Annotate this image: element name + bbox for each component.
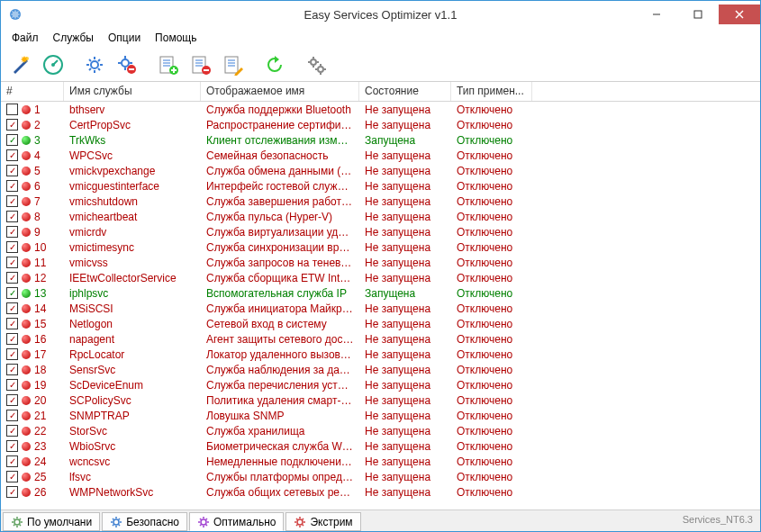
checkbox[interactable]: ✓ <box>6 410 18 421</box>
table-row[interactable]: ✓18SensrSvcСлужба наблюдения за датч...Н… <box>1 362 760 377</box>
toolbar-list-add-button[interactable] <box>154 50 183 79</box>
checkbox[interactable]: ✓ <box>6 272 18 284</box>
toolbar-gears-button[interactable] <box>302 50 331 79</box>
tab-optimal[interactable]: Оптимально <box>189 512 285 531</box>
checkbox[interactable]: ✓ <box>6 364 18 375</box>
checkbox[interactable]: ✓ <box>6 165 18 176</box>
toolbar-refresh-button[interactable] <box>260 50 289 79</box>
col-header-display[interactable]: Отображаемое имя <box>201 82 359 101</box>
service-display-name: Служба наблюдения за датч... <box>201 364 359 376</box>
checkbox[interactable]: ✓ <box>6 287 18 299</box>
col-header-name[interactable]: Имя службы <box>64 82 201 101</box>
service-display-name: Служба пульса (Hyper-V) <box>201 211 359 223</box>
close-button[interactable] <box>719 5 760 24</box>
col-header-state[interactable]: Состояние <box>359 82 451 101</box>
checkbox[interactable]: ✓ <box>6 394 18 406</box>
service-display-name: Служба хранилища <box>201 425 359 437</box>
status-dot-icon <box>22 182 31 191</box>
service-name: vmictimesync <box>64 241 201 254</box>
checkbox[interactable]: ✓ <box>6 226 18 238</box>
service-state: Не запущена <box>359 364 451 376</box>
checkbox[interactable] <box>6 104 18 115</box>
table-row[interactable]: ✓9vmicrdvСлужба виртуализации удал...Не … <box>1 224 760 239</box>
checkbox[interactable]: ✓ <box>6 486 18 498</box>
checkbox[interactable]: ✓ <box>6 119 18 131</box>
table-row[interactable]: ✓13iphlpsvcВспомогательная служба IPЗапу… <box>1 285 760 301</box>
gear-icon <box>294 516 306 528</box>
table-row[interactable]: ✓3TrkWksКлиент отслеживания измени...Зап… <box>1 132 760 148</box>
maximize-button[interactable] <box>677 5 719 24</box>
service-display-name: Служба завершения работы ... <box>201 195 359 208</box>
table-row[interactable]: ✓8vmicheartbeatСлужба пульса (Hyper-V)Не… <box>1 209 760 224</box>
table-row[interactable]: ✓15NetlogonСетевой вход в системуНе запу… <box>1 316 760 331</box>
toolbar-gear-button[interactable] <box>80 50 109 79</box>
table-row[interactable]: ✓5vmickvpexchangeСлужба обмена данными (… <box>1 163 760 178</box>
tab-safe[interactable]: Безопасно <box>102 512 187 531</box>
row-number-cell: ✓14 <box>1 302 64 315</box>
checkbox[interactable]: ✓ <box>6 318 18 329</box>
checkbox[interactable]: ✓ <box>6 241 18 253</box>
checkbox[interactable]: ✓ <box>6 149 18 161</box>
tab-default[interactable]: По умолчани <box>3 512 100 531</box>
checkbox[interactable]: ✓ <box>6 333 18 345</box>
table-row[interactable]: 1bthservСлужба поддержки BluetoothНе зап… <box>1 102 760 117</box>
menu-file[interactable]: Файл <box>5 30 46 46</box>
service-state: Не запущена <box>359 348 451 361</box>
table-row[interactable]: ✓23WbioSrvcБиометрическая служба Wind...… <box>1 438 760 454</box>
checkbox[interactable]: ✓ <box>6 257 18 268</box>
table-row[interactable]: ✓21SNMPTRAPЛовушка SNMPНе запущенаОтключ… <box>1 408 760 423</box>
table-row[interactable]: ✓12IEEtwCollectorServiceСлужба сборщика … <box>1 270 760 285</box>
service-name: Netlogon <box>64 318 201 330</box>
checkbox[interactable]: ✓ <box>6 440 18 452</box>
col-header-number[interactable]: # <box>1 82 64 101</box>
table-row[interactable]: ✓25lfsvcСлужбы платформы определ...Не за… <box>1 469 760 484</box>
tab-extreme[interactable]: Экстрим <box>285 512 360 531</box>
toolbar-gear-cancel-button[interactable] <box>113 50 141 79</box>
row-number-cell: ✓9 <box>1 226 64 239</box>
checkbox[interactable]: ✓ <box>6 195 18 207</box>
table-row[interactable]: ✓4WPCSvcСемейная безопасностьНе запущена… <box>1 148 760 163</box>
checkbox[interactable]: ✓ <box>6 211 18 222</box>
tab-label: Оптимально <box>213 516 276 528</box>
minimize-button[interactable] <box>636 5 677 24</box>
table-row[interactable]: ✓6vmicguestinterfaceИнтерфейс гостевой с… <box>1 178 760 194</box>
menu-services[interactable]: Службы <box>46 30 101 46</box>
checkbox[interactable]: ✓ <box>6 471 18 482</box>
table-row[interactable]: ✓24wcncsvcНемедленные подключения ...Не … <box>1 454 760 469</box>
table-row[interactable]: ✓2CertPropSvcРаспространение сертификата… <box>1 117 760 132</box>
toolbar-list-remove-button[interactable] <box>186 50 215 79</box>
service-display-name: Служба перечисления устрой... <box>201 379 359 392</box>
table-row[interactable]: ✓19ScDeviceEnumСлужба перечисления устро… <box>1 377 760 392</box>
toolbar-wand-button[interactable] <box>6 50 35 79</box>
checkbox[interactable]: ✓ <box>6 180 18 192</box>
table-row[interactable]: ✓11vmicvssСлужба запросов на теневое ...… <box>1 255 760 270</box>
service-list[interactable]: 1bthservСлужба поддержки BluetoothНе зап… <box>1 102 760 509</box>
checkbox[interactable]: ✓ <box>6 379 18 391</box>
table-row[interactable]: ✓26WMPNetworkSvcСлужба общих сетевых рес… <box>1 484 760 500</box>
service-startup: Отключено <box>451 302 532 315</box>
checkbox[interactable]: ✓ <box>6 425 18 437</box>
service-state: Не запущена <box>359 440 451 453</box>
table-row[interactable]: ✓16napagentАгент защиты сетевого дост...… <box>1 331 760 347</box>
table-row[interactable]: ✓22StorSvcСлужба хранилищаНе запущенаОтк… <box>1 423 760 438</box>
checkbox[interactable]: ✓ <box>6 134 18 146</box>
status-dot-icon <box>22 136 31 145</box>
table-row[interactable]: ✓14MSiSCSIСлужба инициатора Майкрос...Не… <box>1 301 760 316</box>
table-row[interactable]: ✓10vmictimesyncСлужба синхронизации врем… <box>1 239 760 255</box>
toolbar-list-edit-button[interactable] <box>219 50 248 79</box>
menu-options[interactable]: Опции <box>101 30 148 46</box>
checkbox[interactable]: ✓ <box>6 455 18 467</box>
menu-help[interactable]: Помощь <box>148 30 204 46</box>
toolbar-speedometer-button[interactable] <box>39 50 68 79</box>
checkbox[interactable]: ✓ <box>6 302 18 314</box>
service-display-name: Семейная безопасность <box>201 149 359 162</box>
table-row[interactable]: ✓20SCPolicySvcПолитика удаления смарт-ка… <box>1 392 760 408</box>
row-number: 24 <box>34 455 46 468</box>
checkbox[interactable]: ✓ <box>6 348 18 360</box>
col-header-startup[interactable]: Тип примен... <box>451 82 532 101</box>
row-number: 10 <box>34 241 46 254</box>
row-number: 12 <box>34 272 46 284</box>
table-row[interactable]: ✓7vmicshutdownСлужба завершения работы .… <box>1 194 760 209</box>
status-dot-icon <box>22 457 31 466</box>
table-row[interactable]: ✓17RpcLocatorЛокатор удаленного вызова .… <box>1 347 760 362</box>
